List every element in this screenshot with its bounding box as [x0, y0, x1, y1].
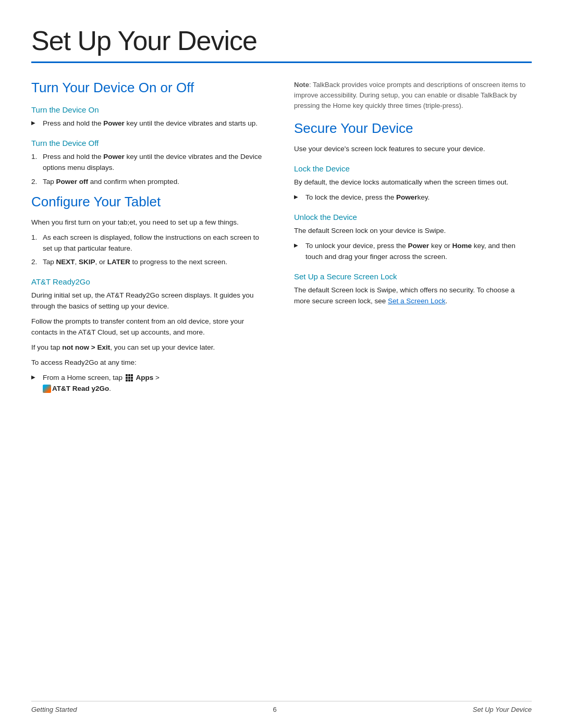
left-column: Turn Your Device On or Off Turn the Devi… — [31, 80, 269, 401]
footer-center: 6 — [273, 706, 277, 713]
att-bullet-item: From a Home screen, tap Apps > AT&T Read… — [31, 373, 269, 394]
configure-steps: As each screen is displayed, follow the … — [31, 232, 269, 268]
configure-step-2: Tap NEXT, SKIP, or LATER to progress to … — [31, 257, 269, 268]
section-title-turn: Turn Your Device On or Off — [31, 80, 269, 96]
configure-step-1: As each screen is displayed, follow the … — [31, 232, 269, 254]
subsection-turn-on: Turn the Device On — [31, 105, 269, 114]
set-screen-lock-link[interactable]: Set a Screen Lock — [388, 297, 445, 305]
note-text: Note: TalkBack provides voice prompts an… — [294, 80, 532, 111]
section-title-secure: Secure Your Device — [294, 120, 532, 137]
page-title: Set Up Your Device — [31, 25, 532, 56]
subsection-lock: Lock the Device — [294, 164, 532, 173]
title-divider — [31, 61, 532, 63]
turn-off-step-2: Tap Power off and confirm when prompted. — [31, 177, 269, 188]
unlock-para: The default Screen lock on your device i… — [294, 226, 532, 237]
footer-left: Getting Started — [31, 706, 77, 713]
att-para2: Follow the prompts to transfer content f… — [31, 316, 269, 338]
turn-on-item: Press and hold the Power key until the d… — [31, 118, 269, 129]
unlock-bullet-item: To unlock your device, press the Power k… — [294, 241, 532, 263]
page: Set Up Your Device Turn Your Device On o… — [0, 0, 563, 442]
att-para4: To access Ready2Go at any time: — [31, 357, 269, 368]
screen-lock-para: The default Screen lock is Swipe, which … — [294, 285, 532, 307]
att-para3: If you tap not now > Exit, you can set u… — [31, 342, 269, 353]
turn-off-list: Press and hold the Power key until the d… — [31, 152, 269, 188]
lock-bullet-list: To lock the device, press the Powerkey. — [294, 192, 532, 203]
unlock-bullet-list: To unlock your device, press the Power k… — [294, 241, 532, 263]
subsection-screen-lock: Set Up a Secure Screen Lock — [294, 272, 532, 281]
turn-off-step-1: Press and hold the Power key until the d… — [31, 152, 269, 174]
att-para1: During initial set up, the AT&T Ready2Go… — [31, 290, 269, 312]
right-column: Note: TalkBack provides voice prompts an… — [294, 80, 532, 401]
turn-on-list: Press and hold the Power key until the d… — [31, 118, 269, 129]
subsection-att-ready2go: AT&T Ready2Go — [31, 277, 269, 286]
main-content: Turn Your Device On or Off Turn the Devi… — [31, 80, 532, 401]
section-title-configure: Configure Your Tablet — [31, 194, 269, 210]
att-app-icon — [43, 385, 52, 392]
lock-bullet-item: To lock the device, press the Powerkey. — [294, 192, 532, 203]
secure-intro: Use your device's screen lock features t… — [294, 144, 532, 155]
att-bullet-list: From a Home screen, tap Apps > AT&T Read… — [31, 373, 269, 394]
note-box: Note: TalkBack provides voice prompts an… — [294, 80, 532, 111]
apps-grid-icon — [125, 374, 136, 381]
lock-para: By default, the device locks automatical… — [294, 177, 532, 188]
page-footer: Getting Started 6 Set Up Your Device — [31, 701, 532, 713]
configure-intro: When you first turn on your tab;et, you … — [31, 217, 269, 228]
subsection-unlock: Unlock the Device — [294, 213, 532, 221]
subsection-turn-off: Turn the Device Off — [31, 139, 269, 147]
footer-right: Set Up Your Device — [473, 706, 532, 713]
